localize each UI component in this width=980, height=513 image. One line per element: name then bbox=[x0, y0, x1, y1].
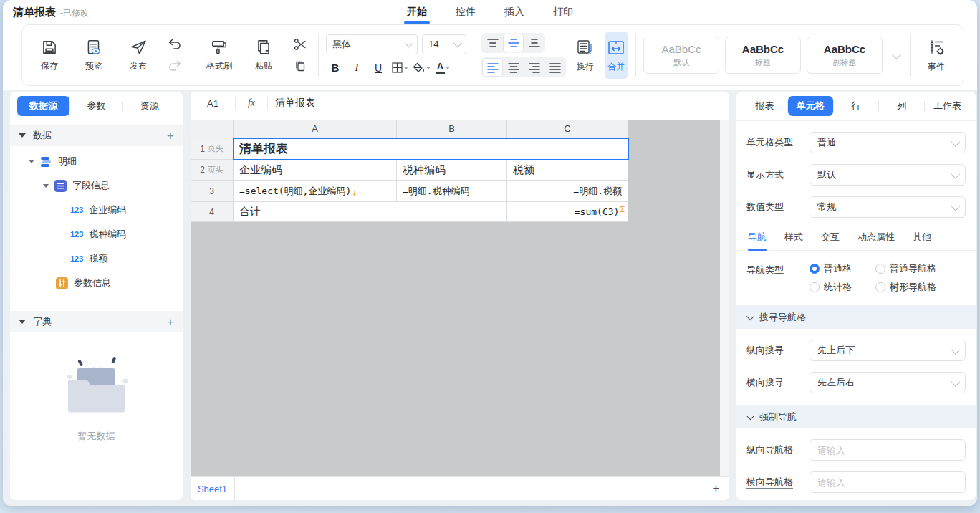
underline-button[interactable]: U bbox=[369, 59, 388, 77]
font-color-button[interactable]: A bbox=[433, 59, 452, 77]
inspector-tab-report[interactable]: 报表 bbox=[742, 96, 787, 116]
tab-widgets[interactable]: 控件 bbox=[456, 6, 476, 24]
paste-button[interactable]: 粘贴 bbox=[245, 38, 282, 72]
tree-item-label: 参数信息 bbox=[74, 277, 111, 289]
row-header-3[interactable]: 3 bbox=[191, 181, 234, 202]
cell-b2[interactable]: 税种编码 bbox=[397, 160, 507, 181]
row-header-1[interactable]: 1 页头 bbox=[191, 138, 234, 160]
column-header-b[interactable]: B bbox=[397, 120, 507, 138]
vertical-nav-cell-field: 纵向导航格 bbox=[736, 439, 976, 461]
style-subtitle[interactable]: AaBbCc 副标题 bbox=[807, 37, 883, 74]
row-header-2[interactable]: 2 页头 bbox=[191, 160, 234, 181]
inspector-tab-cell[interactable]: 单元格 bbox=[788, 96, 833, 116]
tree-item-fields[interactable]: 字段信息 bbox=[10, 173, 183, 198]
cell-a3[interactable]: =select(明细,企业编码) ↓ bbox=[234, 181, 397, 202]
dictionary-section-header[interactable]: 字典 + bbox=[10, 311, 183, 332]
fill-color-button[interactable] bbox=[412, 59, 431, 77]
inspector-tab-worksheet[interactable]: 工作表 bbox=[925, 96, 970, 116]
tab-insert[interactable]: 插入 bbox=[504, 6, 524, 24]
valign-middle-button[interactable] bbox=[504, 34, 523, 52]
publish-button[interactable]: 发布 bbox=[120, 38, 157, 72]
cell-a2[interactable]: 企业编码 bbox=[234, 160, 397, 181]
subtab-other[interactable]: 其他 bbox=[913, 231, 931, 250]
add-dataset-button[interactable]: + bbox=[167, 130, 174, 142]
font-size-select[interactable]: 14 bbox=[422, 34, 466, 54]
add-sheet-button[interactable]: + bbox=[703, 477, 729, 500]
font-family-select[interactable]: 黑体 bbox=[326, 34, 418, 54]
cell-b3[interactable]: =明细.税种编码 bbox=[397, 181, 507, 202]
empty-state-text: 暂无数据 bbox=[78, 430, 115, 443]
radio-normal-nav-cell[interactable]: 普通导航格 bbox=[875, 262, 966, 275]
tab-print[interactable]: 打印 bbox=[553, 6, 573, 24]
data-section-header[interactable]: 数据 + bbox=[10, 125, 183, 146]
subtab-dynamic-attrs[interactable]: 动态属性 bbox=[858, 231, 895, 250]
sidebar-tab-parameters[interactable]: 参数 bbox=[70, 96, 123, 116]
style-gallery-expand-button[interactable] bbox=[888, 52, 903, 59]
halign-left-button[interactable] bbox=[483, 59, 502, 76]
tree-item-dataset[interactable]: 明细 bbox=[10, 149, 183, 173]
tab-home[interactable]: 开始 bbox=[407, 6, 427, 24]
events-button[interactable]: 事件 bbox=[918, 38, 955, 73]
wrap-text-button[interactable]: 换行 bbox=[573, 32, 597, 79]
style-default[interactable]: AaBbCc 默认 bbox=[643, 37, 719, 74]
subtab-navigation[interactable]: 导航 bbox=[748, 231, 767, 250]
cell-a4[interactable]: 合计 bbox=[234, 202, 507, 222]
undo-button[interactable] bbox=[166, 37, 183, 52]
cut-button[interactable] bbox=[292, 37, 309, 52]
horizontal-search-select[interactable]: 先左后右 bbox=[810, 372, 966, 393]
sheet-tab-sheet1[interactable]: Sheet1 bbox=[191, 477, 235, 500]
formula-input[interactable]: 清单报表 bbox=[268, 97, 315, 110]
halign-right-button[interactable] bbox=[524, 59, 544, 76]
sidebar-tab-resources[interactable]: 资源 bbox=[123, 96, 176, 116]
cell-reference-box[interactable]: A1 bbox=[191, 98, 235, 109]
cell-a1[interactable]: 清单报表 bbox=[234, 138, 628, 160]
cell-c3[interactable]: =明细.税额 bbox=[507, 181, 628, 202]
cell-c4[interactable]: =sum(C3) Σ bbox=[507, 202, 628, 222]
radio-tree-nav-cell[interactable]: 树形导航格 bbox=[875, 281, 966, 294]
number-type-select[interactable]: 常规 bbox=[810, 196, 966, 218]
format-painter-button[interactable]: 格式刷 bbox=[201, 38, 238, 72]
tree-item-field[interactable]: 123 税种编码 bbox=[10, 222, 183, 246]
force-nav-section-header[interactable]: 强制导航 bbox=[736, 405, 976, 428]
inspector-tab-row[interactable]: 行 bbox=[834, 96, 879, 116]
sheet-canvas[interactable]: A B C 1 页头 清单报表 2 bbox=[191, 120, 729, 476]
subtab-style[interactable]: 样式 bbox=[784, 231, 803, 250]
vertical-nav-cell-input[interactable] bbox=[810, 439, 966, 461]
preview-button[interactable]: 预览 bbox=[75, 38, 112, 72]
grid-corner[interactable] bbox=[191, 120, 234, 138]
radio-stat-cell[interactable]: 统计格 bbox=[810, 281, 875, 294]
bold-button[interactable]: B bbox=[326, 59, 345, 77]
halign-center-button[interactable] bbox=[504, 59, 523, 76]
column-header-c[interactable]: C bbox=[507, 120, 628, 138]
vertical-search-select[interactable]: 先上后下 bbox=[810, 340, 966, 361]
display-mode-select[interactable]: 默认 bbox=[810, 164, 966, 186]
radio-normal-cell[interactable]: 普通格 bbox=[810, 262, 875, 275]
sidebar-tab-datasource[interactable]: 数据源 bbox=[17, 96, 69, 116]
cell-formula: =select(明细,企业编码) bbox=[239, 185, 351, 198]
italic-button[interactable]: I bbox=[347, 59, 366, 77]
horizontal-nav-cell-input[interactable] bbox=[810, 471, 966, 493]
number-type-field: 数值类型 常规 bbox=[736, 196, 976, 218]
tree-item-field[interactable]: 123 税额 bbox=[10, 246, 183, 271]
copy-button[interactable] bbox=[292, 58, 309, 74]
valign-bottom-button[interactable] bbox=[524, 34, 544, 52]
valign-top-button[interactable] bbox=[483, 34, 502, 52]
column-header-a[interactable]: A bbox=[234, 120, 397, 138]
tree-item-parameters[interactable]: 参数信息 bbox=[10, 271, 183, 295]
cell-c2[interactable]: 税额 bbox=[507, 160, 628, 181]
inspector-tab-column[interactable]: 列 bbox=[879, 96, 924, 116]
subtab-interaction[interactable]: 交互 bbox=[821, 231, 840, 250]
redo-button[interactable] bbox=[166, 58, 183, 74]
borders-button[interactable] bbox=[390, 59, 409, 77]
vertical-scrollbar[interactable] bbox=[720, 120, 729, 476]
fx-icon[interactable]: fx bbox=[236, 97, 267, 109]
cell-type-select[interactable]: 普通 bbox=[810, 132, 966, 153]
halign-justify-button[interactable] bbox=[545, 59, 565, 76]
tree-item-field[interactable]: 123 企业编码 bbox=[10, 198, 183, 222]
search-nav-section-header[interactable]: 搜寻导航格 bbox=[736, 305, 976, 329]
merge-cells-button[interactable]: 合并 bbox=[605, 32, 629, 79]
add-dictionary-button[interactable]: + bbox=[167, 316, 174, 328]
style-title[interactable]: AaBbCc 标题 bbox=[725, 37, 801, 74]
save-button[interactable]: 保存 bbox=[31, 38, 68, 72]
row-header-4[interactable]: 4 bbox=[191, 202, 234, 222]
